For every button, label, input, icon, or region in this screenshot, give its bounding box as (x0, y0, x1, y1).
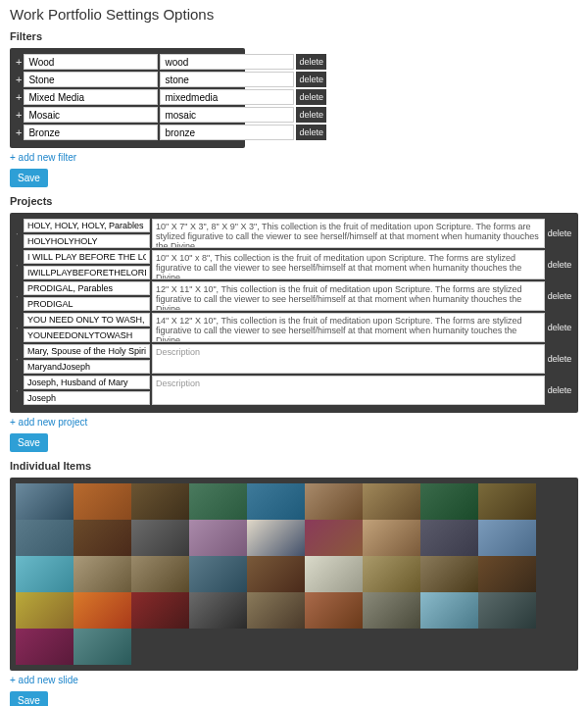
item-thumbnail[interactable] (363, 520, 420, 556)
item-thumbnail[interactable] (74, 629, 131, 665)
save-button-projects[interactable]: Save (10, 433, 48, 452)
item-thumbnail[interactable] (247, 483, 305, 520)
project-title-input[interactable] (24, 376, 150, 389)
add-project-link[interactable]: + add new project (10, 417, 87, 428)
item-thumbnail[interactable] (305, 520, 363, 556)
filter-slug-input[interactable] (160, 54, 294, 70)
item-thumbnail[interactable] (131, 483, 189, 520)
delete-button[interactable]: delete (296, 107, 326, 123)
item-thumbnail[interactable] (305, 592, 363, 629)
item-thumbnail[interactable] (478, 592, 536, 629)
expand-icon[interactable]: + (16, 126, 22, 140)
items-panel (10, 478, 578, 671)
delete-button[interactable]: delete (296, 89, 326, 105)
item-thumbnail[interactable] (189, 520, 247, 556)
filter-slug-input[interactable] (160, 107, 294, 123)
project-slug-input[interactable] (24, 297, 150, 311)
delete-button[interactable]: delete (545, 226, 575, 241)
item-thumbnail[interactable] (247, 556, 305, 592)
item-thumbnail[interactable] (305, 556, 363, 592)
item-thumbnail[interactable] (189, 483, 247, 520)
project-title-input[interactable] (24, 219, 150, 232)
project-description-input[interactable]: 10" X 7" X 3", 8" X 9" X 3", This collec… (152, 219, 545, 248)
delete-button[interactable]: delete (296, 125, 326, 140)
item-thumbnail[interactable] (131, 520, 189, 556)
item-thumbnail[interactable] (363, 592, 420, 629)
item-thumbnail[interactable] (478, 556, 536, 592)
filter-slug-input[interactable] (160, 72, 294, 87)
item-thumbnail[interactable] (247, 592, 305, 629)
delete-button[interactable]: delete (296, 72, 326, 87)
delete-button[interactable]: delete (545, 320, 575, 335)
delete-button[interactable]: delete (545, 382, 575, 398)
save-button-filters[interactable]: Save (10, 169, 48, 187)
project-title-input[interactable] (24, 313, 150, 327)
item-thumbnail[interactable] (74, 520, 131, 556)
item-thumbnail[interactable] (363, 556, 420, 592)
project-title-input[interactable] (24, 344, 150, 358)
item-thumbnail[interactable] (74, 483, 131, 520)
item-thumbnail[interactable] (478, 483, 536, 520)
filter-label-input[interactable] (24, 54, 158, 70)
project-description-input[interactable] (152, 376, 545, 405)
project-description-input[interactable]: 14" X 12" X 10", This collection is the … (152, 313, 545, 342)
project-slug-input[interactable] (24, 391, 150, 405)
drag-handle-icon[interactable]: · (16, 281, 22, 311)
item-thumbnail[interactable] (74, 556, 131, 592)
add-filter-link[interactable]: + add new filter (10, 152, 76, 163)
item-thumbnail[interactable] (74, 592, 131, 629)
item-thumbnail[interactable] (478, 520, 536, 556)
item-thumbnail[interactable] (16, 520, 74, 556)
drag-handle-icon[interactable]: · (16, 313, 22, 342)
item-thumbnail[interactable] (131, 556, 189, 592)
project-row: ·delete (16, 376, 572, 405)
project-title-input[interactable] (24, 281, 150, 295)
item-thumbnail[interactable] (189, 592, 247, 629)
drag-handle-icon[interactable]: · (16, 376, 22, 405)
delete-button[interactable]: delete (545, 288, 575, 304)
project-row: ·14" X 12" X 10", This collection is the… (16, 313, 572, 342)
delete-button[interactable]: delete (296, 54, 326, 70)
item-thumbnail[interactable] (16, 592, 74, 629)
filter-slug-input[interactable] (160, 125, 294, 140)
project-row: ·10" X 7" X 3", 8" X 9" X 3", This colle… (16, 219, 572, 248)
delete-button[interactable]: delete (545, 257, 575, 273)
item-thumbnail[interactable] (420, 592, 478, 629)
item-thumbnail[interactable] (247, 520, 305, 556)
item-thumbnail[interactable] (16, 629, 74, 665)
drag-handle-icon[interactable]: · (16, 250, 22, 279)
item-thumbnail[interactable] (305, 483, 363, 520)
project-slug-input[interactable] (24, 234, 150, 248)
item-thumbnail[interactable] (420, 556, 478, 592)
filter-label-input[interactable] (24, 89, 158, 105)
filter-label-input[interactable] (24, 72, 158, 87)
item-thumbnail[interactable] (363, 483, 420, 520)
item-thumbnail[interactable] (420, 483, 478, 520)
add-slide-link[interactable]: + add new slide (10, 675, 78, 685)
project-slug-input[interactable] (24, 266, 150, 279)
projects-heading: Projects (10, 195, 578, 207)
delete-button[interactable]: delete (545, 351, 575, 367)
item-thumbnail[interactable] (16, 483, 74, 520)
item-thumbnail[interactable] (189, 556, 247, 592)
project-slug-input[interactable] (24, 360, 150, 374)
expand-icon[interactable]: + (16, 55, 22, 70)
project-title-input[interactable] (24, 250, 150, 264)
expand-icon[interactable]: + (16, 108, 22, 123)
expand-icon[interactable]: + (16, 90, 22, 105)
filter-row: +delete (16, 125, 239, 140)
save-button-items[interactable]: Save (10, 691, 48, 706)
project-description-input[interactable]: 10" X 10" x 8", This collection is the f… (152, 250, 545, 279)
drag-handle-icon[interactable]: · (16, 219, 22, 248)
item-thumbnail[interactable] (420, 520, 478, 556)
project-description-input[interactable]: 12" X 11" X 10", This collection is the … (152, 281, 545, 311)
project-description-input[interactable] (152, 344, 545, 374)
item-thumbnail[interactable] (16, 556, 74, 592)
drag-handle-icon[interactable]: · (16, 344, 22, 374)
filter-slug-input[interactable] (160, 89, 294, 105)
filter-label-input[interactable] (24, 107, 158, 123)
expand-icon[interactable]: + (16, 73, 22, 87)
project-slug-input[interactable] (24, 328, 150, 342)
item-thumbnail[interactable] (131, 592, 189, 629)
filter-label-input[interactable] (24, 125, 158, 140)
